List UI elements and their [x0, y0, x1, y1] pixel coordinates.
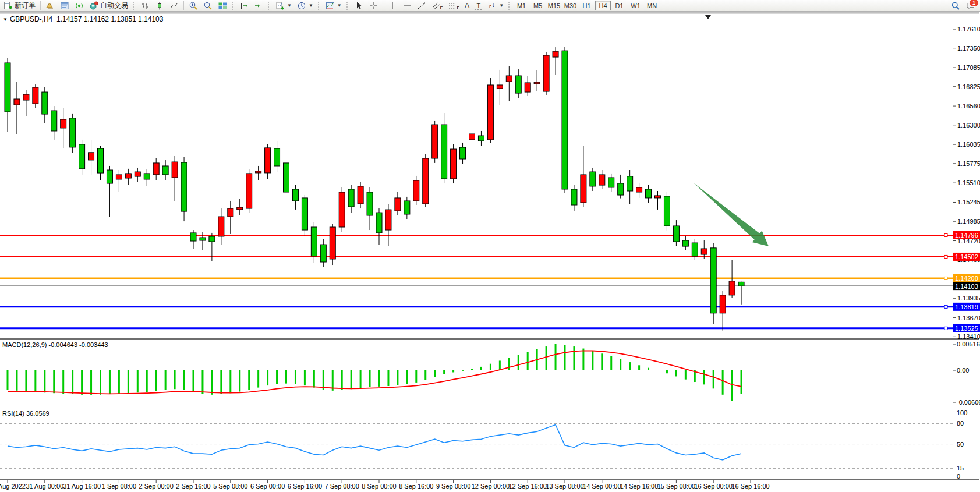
price-tick-label: 1.15775: [957, 160, 980, 167]
zoom-out-button[interactable]: [201, 1, 215, 11]
candle-body: [432, 125, 438, 158]
auto-trading-button[interactable]: 自动交易: [87, 1, 130, 11]
price-level-badge-label: 1.14796: [955, 232, 978, 239]
bar-chart-icon: [140, 1, 150, 10]
crosshair-icon: [369, 1, 378, 10]
timeframe-button[interactable]: W1: [628, 1, 643, 10]
toolbar-grip: [133, 2, 136, 10]
price-level-badge-label: 1.14208: [955, 275, 978, 282]
new-order-button[interactable]: 新订单: [1, 1, 38, 11]
arrows-tool-button[interactable]: ▼: [485, 1, 506, 11]
timeframe-button[interactable]: MN: [644, 1, 660, 10]
time-tick-label: 31 Aug 00:00: [26, 483, 63, 490]
candlestick-chart-button[interactable]: [153, 1, 167, 11]
time-tick-label: 1 Sep 08:00: [102, 483, 136, 490]
price-tick-label: 1.17350: [957, 45, 980, 52]
candle-body: [608, 178, 614, 187]
timeframe-button[interactable]: H4: [595, 1, 611, 10]
zoom-in-button[interactable]: [186, 1, 200, 11]
trendline-tool-button[interactable]: [415, 1, 429, 11]
price-tick-label: 1.13935: [957, 295, 980, 302]
horizontal-line-icon: [402, 1, 412, 10]
rsi-pane: [0, 423, 953, 468]
timeframe-button[interactable]: D1: [611, 1, 627, 10]
candle-body: [413, 180, 419, 201]
price-tick-label: 1.13670: [957, 314, 980, 321]
chevron-down-icon: ▼: [287, 3, 292, 8]
candle-body: [302, 198, 307, 230]
tile-windows-button[interactable]: [215, 1, 229, 11]
candle-body: [190, 233, 196, 241]
timeframe-button[interactable]: M5: [530, 1, 546, 10]
periods-button[interactable]: ▼: [295, 1, 316, 11]
timeframe-button[interactable]: M30: [562, 1, 578, 10]
time-tick-label: 8 Sep 00:00: [362, 483, 396, 490]
new-chart-button[interactable]: ▼: [273, 1, 294, 11]
vertical-line-tool-button[interactable]: [385, 1, 399, 11]
level-line-handle[interactable]: [944, 305, 947, 308]
macd-values: -0.004643 -0.003443: [48, 341, 108, 348]
candle-body: [339, 192, 345, 227]
auto-scroll-button[interactable]: [237, 1, 251, 11]
level-line-handle[interactable]: [944, 255, 947, 258]
text-tool-button[interactable]: A: [462, 1, 472, 11]
price-tick-label: 1.16035: [957, 141, 980, 148]
level-line-handle[interactable]: [944, 327, 947, 330]
candle-body: [404, 201, 410, 214]
fibonacci-tool-button[interactable]: F: [445, 1, 461, 11]
search-button[interactable]: [949, 1, 963, 11]
chart-canvas[interactable]: 1.176101.173501.170851.168251.165601.163…: [0, 0, 980, 492]
timeframe-button[interactable]: M15: [546, 1, 562, 10]
horizontal-line-tool-button[interactable]: [400, 1, 414, 11]
market-watch-button[interactable]: [58, 1, 72, 11]
chart-ohlc-readout: 1.14157 1.14162 1.13851 1.14103: [56, 15, 164, 23]
timeframe-button[interactable]: H1: [579, 1, 595, 10]
level-line-handle[interactable]: [944, 277, 947, 279]
charts-icon: [45, 1, 55, 10]
candle-body: [720, 295, 726, 313]
notification-badge: 1: [969, 0, 979, 7]
timeframe-button[interactable]: M1: [514, 1, 529, 10]
candle-body: [590, 172, 596, 186]
candle-body: [98, 148, 104, 173]
macd-pane: [8, 344, 741, 401]
search-icon: [951, 1, 960, 10]
price-tick-label: 1.17085: [957, 64, 980, 71]
candle-body: [478, 136, 484, 141]
candle-body: [553, 51, 558, 57]
level-line-handle[interactable]: [944, 233, 947, 236]
arrows-icon: [487, 1, 497, 10]
candle-body: [469, 134, 475, 140]
chart-shift-button[interactable]: [252, 1, 266, 11]
price-axis[interactable]: 1.176101.173501.170851.168251.165601.163…: [953, 26, 980, 480]
candle-body: [116, 175, 122, 179]
rsi-scale-label: 0: [957, 473, 960, 480]
notifications-button[interactable]: 1: [966, 1, 975, 10]
toolbar-right: 1: [949, 1, 979, 11]
candle-body: [460, 147, 466, 159]
time-axis[interactable]: 30 Aug 202231 Aug 00:0031 Aug 16:001 Sep…: [0, 480, 770, 490]
candle-body: [487, 85, 493, 140]
chart-shift-marker[interactable]: [705, 15, 711, 19]
candle-body: [209, 236, 215, 242]
signals-button[interactable]: [72, 1, 86, 11]
charts-button[interactable]: [43, 1, 57, 11]
time-tick-label: 7 Sep 08:00: [325, 483, 359, 490]
text-label-tool-button[interactable]: T: [472, 1, 484, 11]
channel-tool-button[interactable]: E: [429, 1, 445, 11]
candle-body: [237, 207, 243, 210]
bar-chart-button[interactable]: [138, 1, 152, 11]
symbol-dropdown-icon[interactable]: ▼: [3, 17, 8, 22]
crosshair-tool-button[interactable]: [366, 1, 380, 11]
templates-button[interactable]: ▼: [323, 1, 344, 11]
candle-body: [135, 172, 140, 176]
candle-body: [525, 83, 530, 92]
candle-body: [172, 162, 178, 178]
candle-body: [646, 189, 652, 198]
annotation-arrow[interactable]: [694, 183, 769, 246]
line-chart-button[interactable]: [167, 1, 181, 11]
toolbar: 新订单 自动交易 ▼ ▼ ▼ E F A T ▼ M1M5M15M30H1H4D…: [0, 0, 980, 12]
cursor-tool-button[interactable]: [352, 1, 366, 11]
candle-body: [385, 210, 391, 230]
candle-body: [682, 240, 688, 246]
